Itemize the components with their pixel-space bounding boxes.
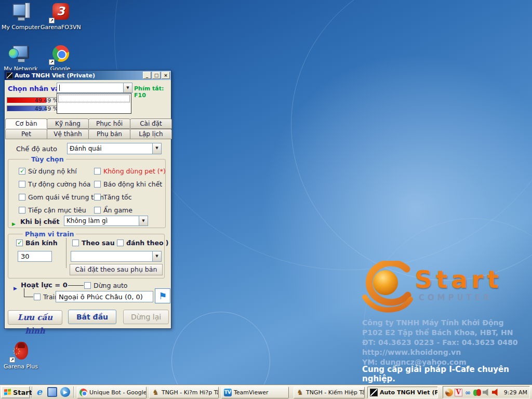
muted-speaker-icon[interactable] [483, 389, 490, 396]
tab-pet[interactable]: Pet [5, 129, 47, 139]
option-speed-up[interactable]: Tăng tốc [94, 193, 132, 201]
save-config-button[interactable]: Lưu cấu hình [8, 310, 62, 325]
desktop-icon-garena-fo3vn[interactable]: 3↗ GarenaFO3VN [41, 3, 80, 31]
dungeon-follow-settings-button[interactable]: Cài đặt theo sau phụ bản [70, 264, 163, 275]
chevron-down-icon[interactable] [152, 143, 161, 154]
stop-auto-option[interactable]: Dừng auto [84, 282, 128, 289]
on-death-combobox[interactable]: Không làm gì [64, 216, 148, 226]
checkbox-checked[interactable] [19, 168, 25, 175]
flag-button[interactable] [155, 288, 170, 303]
windows-logo-icon [4, 389, 11, 396]
media-player-icon[interactable]: ▶ [60, 387, 70, 397]
chevron-down-icon[interactable] [139, 216, 148, 225]
option-label: Tăng tốc [103, 193, 132, 201]
auto-mode-combobox[interactable]: Đánh quái [67, 143, 162, 154]
option-label: Sử dụng nộ khí [28, 167, 77, 175]
logo-subtitle: COMPUTER [419, 293, 493, 302]
company-tagline: Cung cấp giải pháp I-Cafe chuyên nghiệp. [362, 365, 528, 383]
follow-target-combobox[interactable] [71, 251, 162, 262]
checkbox[interactable] [94, 168, 101, 175]
hotkey-label: Phím tắt: F10 [134, 85, 171, 99]
chevron-down-icon[interactable] [123, 83, 132, 92]
character-combobox[interactable] [57, 83, 132, 93]
volume-speaker-icon[interactable] [492, 389, 500, 396]
option-gather-mobs[interactable]: Gom quái về trung tâm [19, 193, 104, 201]
close-button[interactable]: × [162, 72, 170, 79]
desktop-icon-my-network[interactable]: My Network [1, 44, 41, 72]
task-button-unique-bot[interactable]: Unique Bot - Google... [77, 387, 147, 398]
minimize-button[interactable]: _ [143, 72, 151, 79]
task-button-tngh-1[interactable]: ♞ TNGH - Ki?m Hi?p Tâ... [149, 387, 219, 398]
app-sword-icon [6, 72, 13, 79]
tab-ve-thanh[interactable]: Vệ thành [47, 129, 89, 139]
task-button-auto-tngh-active[interactable]: Auto TNGH Viet (P... [367, 387, 438, 398]
icon-label: My Computer [1, 24, 41, 31]
checkbox[interactable] [94, 181, 101, 188]
link-tray-icon[interactable]: ∞ [464, 389, 472, 396]
taskbar-divider [32, 387, 32, 398]
garena-tray-icon[interactable] [473, 389, 481, 396]
radius-input[interactable] [18, 251, 52, 262]
internet-explorer-icon[interactable]: e [34, 387, 44, 397]
desktop-icon-my-computer[interactable]: My Computer [1, 3, 41, 31]
tab-ky-nang[interactable]: Kỹ năng [47, 118, 89, 129]
task-button-tngh-2[interactable]: ♞ TNGH - Kiếm Hiệp Tâ... [294, 387, 365, 398]
attack-follow-option[interactable]: đánh theo ) [117, 239, 169, 247]
option-label: Không dùng pet (*) [103, 167, 166, 175]
checkbox[interactable] [34, 294, 41, 300]
shortcut-arrow-icon: ↗ [9, 357, 15, 363]
company-name: Công ty TNHH Máy Tính Khởi Động [362, 318, 517, 328]
radius-option[interactable]: Bán kính [16, 239, 58, 247]
antivirus-v-tray-icon[interactable]: V [455, 389, 462, 396]
train-range-group-label: Phạm vi train [23, 230, 76, 238]
chevron-down-icon[interactable] [152, 251, 161, 261]
tab-cai-dat[interactable]: Cài đặt [130, 118, 172, 129]
checkbox-checked[interactable] [16, 240, 23, 246]
train-location-input[interactable] [56, 291, 153, 302]
follow-option[interactable]: Theo sau ( [72, 239, 120, 247]
tab-lap-lich[interactable]: Lập lịch [130, 129, 172, 139]
train-option[interactable]: Train [34, 293, 59, 301]
dropdown-list-item[interactable] [58, 95, 130, 102]
checkbox[interactable] [94, 207, 101, 214]
desktop: My Computer 3↗ GarenaFO3VN My Network ↗ … [0, 0, 532, 399]
checkbox[interactable] [19, 181, 25, 188]
maximize-button[interactable]: □ [152, 72, 161, 79]
checkbox[interactable] [19, 207, 25, 214]
checkbox[interactable] [84, 282, 91, 289]
auto-mode-label: Chế độ auto [16, 145, 57, 153]
checkbox[interactable] [72, 240, 79, 246]
start-menu-button[interactable]: Start [1, 386, 30, 398]
checkbox[interactable] [19, 194, 25, 201]
tab-co-ban[interactable]: Cơ bản [5, 118, 47, 129]
tab-phu-ban[interactable]: Phụ bản [88, 129, 130, 139]
desktop-icon-garena-plus[interactable]: ↗ Garena Plus [1, 342, 41, 370]
window-titlebar[interactable]: Auto TNGH Viet (Private) _ □ × [5, 71, 171, 80]
shortcut-arrow-icon: ↗ [49, 18, 55, 23]
task-button-label: TNGH - Kiếm Hiệp Tâ... [306, 389, 365, 396]
option-no-pet[interactable]: Không dùng pet (*) [94, 167, 166, 175]
option-auto-enhance[interactable]: Tự động cường hóa [19, 180, 90, 188]
checkbox[interactable] [94, 194, 101, 201]
checkbox[interactable] [117, 240, 124, 246]
character-dropdown-list[interactable] [57, 93, 131, 114]
option-label: Tiếp cận mục tiêu [28, 206, 86, 214]
option-label: Dừng auto [94, 282, 128, 289]
start-computer-logo-swirl [356, 261, 418, 313]
option-death-alarm[interactable]: Báo động khi chết [94, 180, 162, 188]
character-select-label: Chọn nhân vật [8, 85, 63, 92]
start-computer-tray-icon[interactable] [445, 389, 453, 396]
stamina-label: Hoạt lực = 0 [21, 281, 68, 289]
wallpaper-branding: Start COMPUTER Công ty TNHH Máy Tính Khở… [356, 261, 528, 315]
option-hide-game[interactable]: Ẩn game [94, 206, 132, 214]
option-label: Gom quái về trung tâm [28, 193, 104, 201]
task-button-label: Auto TNGH Viet (P... [380, 389, 438, 396]
show-desktop-icon[interactable] [47, 387, 57, 397]
option-use-rage[interactable]: Sử dụng nộ khí [19, 167, 77, 175]
option-label: đánh theo ) [126, 239, 169, 247]
option-approach-target[interactable]: Tiếp cận mục tiêu [19, 206, 86, 214]
tab-phuc-hoi[interactable]: Phục hồi [88, 118, 130, 129]
task-button-teamviewer[interactable]: TV TeamViewer [221, 387, 289, 398]
icon-label: Garena Plus [1, 363, 41, 370]
start-button[interactable]: Bắt đầu [68, 310, 116, 324]
